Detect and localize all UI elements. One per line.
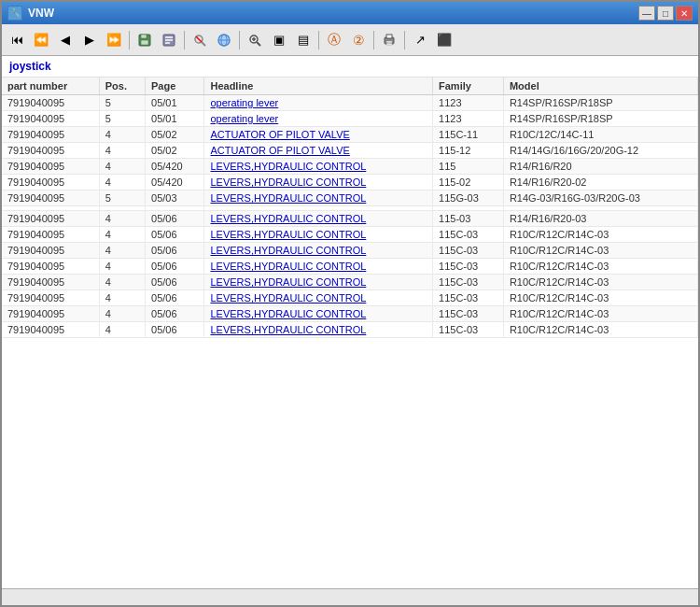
prev-prev-button[interactable]: ⏪	[30, 29, 52, 51]
edit-button[interactable]	[158, 29, 180, 51]
table-cell[interactable]: LEVERS,HYDRAULIC CONTROL	[204, 290, 433, 306]
headline-link[interactable]: ACTUATOR OF PILOT VALVE	[210, 145, 349, 156]
table-cell[interactable]: LEVERS,HYDRAULIC CONTROL	[204, 211, 433, 227]
circle-2-button[interactable]: ②	[347, 29, 370, 51]
prev-button[interactable]: ◀	[54, 29, 77, 51]
arrow-button[interactable]: ↗	[409, 29, 431, 51]
last-button[interactable]: ⏩	[103, 29, 125, 51]
headline-link[interactable]: LEVERS,HYDRAULIC CONTROL	[210, 261, 366, 272]
table-cell: R10C/R12C/R14C-03	[503, 306, 697, 322]
table-row[interactable]: 7919040095405/06LEVERS,HYDRAULIC CONTROL…	[2, 227, 698, 243]
col-part-number: part number	[2, 78, 99, 95]
table-cell: 7919040095	[2, 322, 99, 338]
headline-link[interactable]: LEVERS,HYDRAULIC CONTROL	[210, 161, 366, 172]
box2-button[interactable]: ▤	[292, 29, 315, 51]
table-row[interactable]: 7919040095405/06LEVERS,HYDRAULIC CONTROL…	[2, 290, 698, 306]
headline-link[interactable]: LEVERS,HYDRAULIC CONTROL	[210, 213, 366, 224]
headline-link[interactable]: LEVERS,HYDRAULIC CONTROL	[210, 176, 366, 188]
table-cell[interactable]: LEVERS,HYDRAULIC CONTROL	[204, 243, 433, 259]
table-cell[interactable]: LEVERS,HYDRAULIC CONTROL	[204, 175, 433, 191]
table-row[interactable]: 7919040095505/01operating lever1123R14SP…	[2, 95, 698, 111]
table-cell: 05/420	[146, 175, 204, 191]
table-cell[interactable]: LEVERS,HYDRAULIC CONTROL	[204, 227, 433, 243]
headline-link[interactable]: LEVERS,HYDRAULIC CONTROL	[210, 245, 366, 256]
headline-link[interactable]: LEVERS,HYDRAULIC CONTROL	[210, 324, 366, 335]
table-cell[interactable]: LEVERS,HYDRAULIC CONTROL	[204, 306, 433, 322]
table-cell[interactable]: ACTUATOR OF PILOT VALVE	[204, 127, 433, 143]
first-button[interactable]: ⏮	[6, 29, 28, 51]
minimize-button[interactable]: —	[638, 6, 655, 21]
toolbar-sep-4	[318, 31, 319, 49]
table-row[interactable]: 7919040095405/06LEVERS,HYDRAULIC CONTROL…	[2, 211, 698, 227]
table-row[interactable]: 7919040095405/02ACTUATOR OF PILOT VALVE1…	[2, 127, 698, 143]
table-cell: 7919040095	[2, 191, 99, 206]
table-cell: 115-12	[433, 143, 504, 159]
table-row[interactable]: 7919040095405/06LEVERS,HYDRAULIC CONTROL…	[2, 306, 698, 322]
table-cell[interactable]: LEVERS,HYDRAULIC CONTROL	[204, 275, 433, 290]
table-cell: 7919040095	[2, 111, 99, 127]
table-row[interactable]: 7919040095405/06LEVERS,HYDRAULIC CONTROL…	[2, 243, 698, 259]
table-cell: 7919040095	[2, 211, 99, 227]
next-button[interactable]: ▶	[78, 29, 101, 51]
table-cell: R14/R16/R20-03	[503, 211, 697, 227]
table-cell: 7919040095	[2, 95, 99, 111]
col-family: Family	[433, 78, 504, 95]
table-cell: R10C/R12C/R14C-03	[503, 227, 697, 243]
headline-link[interactable]: LEVERS,HYDRAULIC CONTROL	[210, 192, 366, 204]
table-cell: 115C-03	[433, 275, 504, 290]
table-cell: 115C-03	[433, 306, 504, 322]
table-cell[interactable]: LEVERS,HYDRAULIC CONTROL	[204, 322, 433, 338]
headline-link[interactable]: operating lever	[210, 113, 278, 124]
table-cell: R14/R16/R20-02	[503, 175, 697, 191]
toolbar-sep-1	[129, 31, 130, 49]
table-cell[interactable]: operating lever	[204, 95, 433, 111]
zoom-button[interactable]	[244, 29, 266, 51]
circle-a-button[interactable]: Ⓐ	[323, 29, 345, 51]
col-headline: Headline	[204, 78, 433, 95]
svg-rect-1	[141, 35, 147, 38]
headline-link[interactable]: operating lever	[210, 97, 278, 108]
print-button[interactable]	[378, 29, 400, 51]
table-row[interactable]: 7919040095405/420LEVERS,HYDRAULIC CONTRO…	[2, 159, 698, 175]
table-cell[interactable]: ACTUATOR OF PILOT VALVE	[204, 143, 433, 159]
table-row[interactable]: 7919040095405/06LEVERS,HYDRAULIC CONTROL…	[2, 259, 698, 275]
table-cell: 7919040095	[2, 143, 99, 159]
table-cell[interactable]: LEVERS,HYDRAULIC CONTROL	[204, 259, 433, 275]
table-container[interactable]: part number Pos. Page Headline Family Mo…	[2, 78, 698, 588]
close-button[interactable]: ✕	[676, 6, 693, 21]
table-cell[interactable]: operating lever	[204, 111, 433, 127]
table-cell: R10C/R12C/R14C-03	[503, 243, 697, 259]
table-row[interactable]: 7919040095405/420LEVERS,HYDRAULIC CONTRO…	[2, 175, 698, 191]
stop-button[interactable]: ⬛	[433, 29, 455, 51]
table-cell: 1123	[433, 95, 504, 111]
table-row[interactable]: 7919040095405/06LEVERS,HYDRAULIC CONTROL…	[2, 322, 698, 338]
headline-link[interactable]: LEVERS,HYDRAULIC CONTROL	[210, 308, 366, 319]
headline-link[interactable]: ACTUATOR OF PILOT VALVE	[210, 129, 349, 140]
headline-link[interactable]: LEVERS,HYDRAULIC CONTROL	[210, 276, 366, 288]
table-cell: 115-03	[433, 211, 504, 227]
window-title: VNW	[28, 7, 54, 20]
table-cell: 05/01	[146, 111, 204, 127]
toolbar-sep-3	[239, 31, 240, 49]
status-bar	[2, 588, 698, 605]
table-cell: R10C/12C/14C-11	[503, 127, 697, 143]
save-button[interactable]	[133, 29, 156, 51]
table-cell: 4	[99, 143, 145, 159]
table-cell: 05/01	[146, 95, 204, 111]
maximize-button[interactable]: □	[657, 6, 674, 21]
headline-link[interactable]: LEVERS,HYDRAULIC CONTROL	[210, 292, 366, 304]
table-row[interactable]: 7919040095405/06LEVERS,HYDRAULIC CONTROL…	[2, 275, 698, 290]
table-row[interactable]: 7919040095505/03LEVERS,HYDRAULIC CONTROL…	[2, 191, 698, 206]
table-cell: 115C-03	[433, 290, 504, 306]
table-cell[interactable]: LEVERS,HYDRAULIC CONTROL	[204, 159, 433, 175]
table-row[interactable]: 7919040095505/01operating lever1123R14SP…	[2, 111, 698, 127]
table-row[interactable]: 7919040095405/02ACTUATOR OF PILOT VALVE1…	[2, 143, 698, 159]
box1-button[interactable]: ▣	[268, 29, 290, 51]
globe-button[interactable]	[213, 29, 235, 51]
table-cell: 7919040095	[2, 306, 99, 322]
table-cell: 05/420	[146, 159, 204, 175]
table-cell: 7919040095	[2, 259, 99, 275]
table-cell[interactable]: LEVERS,HYDRAULIC CONTROL	[204, 191, 433, 206]
headline-link[interactable]: LEVERS,HYDRAULIC CONTROL	[210, 229, 366, 240]
search-off-button[interactable]	[189, 29, 211, 51]
